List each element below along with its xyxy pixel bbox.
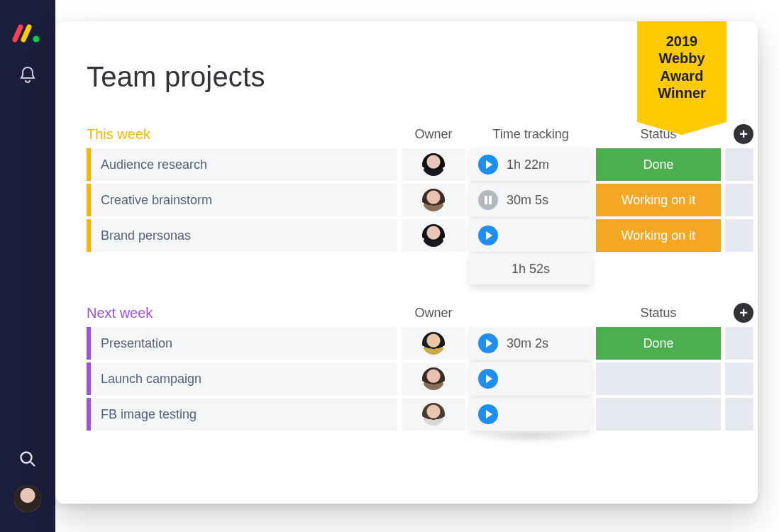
play-icon[interactable] [478,226,498,245]
group-this-week: This week Owner Time tracking Status + A… [87,124,729,284]
status-label: Working on it [621,193,696,208]
time-tracking-cell: 30m 5s [470,184,592,216]
time-value: 30m 2s [507,336,548,351]
svg-line-2 [31,462,35,466]
owner-cell[interactable] [402,327,465,360]
item-name[interactable]: Audience research [87,148,397,181]
owner-avatar [422,403,445,426]
play-icon[interactable] [478,404,498,424]
app-logo[interactable] [12,23,43,44]
group-header: This week Owner Time tracking Status + [87,124,729,144]
table-row: Creative brainstorm 30m 5s Working on it [87,184,729,216]
table-row: Presentation 30m 2s Done [87,327,729,360]
add-column-button[interactable]: + [734,303,753,323]
status-label: Done [643,336,673,351]
item-name[interactable]: Launch campaign [87,362,397,395]
owner-cell[interactable] [402,219,465,252]
col-owner-label: Owner [402,306,465,321]
play-icon[interactable] [478,333,498,353]
owner-avatar [422,189,445,211]
svg-point-0 [33,35,39,42]
status-cell[interactable]: Done [596,148,721,181]
table-row: FB image testing [87,398,729,431]
pause-icon[interactable] [478,190,498,210]
search-icon[interactable] [18,450,37,471]
trailing-cell[interactable] [725,184,753,216]
play-icon[interactable] [478,369,498,389]
table-row: Launch campaign [87,362,729,395]
time-tracking-cell [470,398,592,431]
notifications-icon[interactable] [18,65,37,85]
page-title: Team projects [87,61,729,93]
col-status-label: Status [596,306,721,321]
trailing-cell[interactable] [725,219,753,252]
award-ribbon-text: 2019 Webby Award Winner [658,33,706,101]
item-name[interactable]: Presentation [87,327,397,360]
time-value: 1h 22m [507,157,549,172]
time-tracking-cell: 30m 2s [470,327,592,360]
item-name[interactable]: FB image testing [87,398,397,431]
time-tracking-total: 1h 52s [470,253,592,284]
time-value: 30m 5s [507,193,548,208]
owner-avatar [422,367,445,390]
table-row: Brand personas Working on it [87,219,729,252]
group-title[interactable]: Next week [87,305,397,321]
col-time-tracking-label: Time tracking [470,127,592,142]
trailing-cell[interactable] [725,148,753,181]
status-cell[interactable]: Working on it [596,184,721,216]
svg-point-1 [21,453,32,463]
status-label: Working on it [621,228,696,243]
owner-cell[interactable] [402,398,465,431]
board-card: 2019 Webby Award Winner Team projects Th… [55,21,758,504]
time-tracking-cell [470,362,592,395]
owner-cell[interactable] [402,148,465,181]
time-tracking-cell [470,219,592,252]
current-user-avatar[interactable] [13,484,43,514]
item-name[interactable]: Creative brainstorm [87,184,397,216]
table-row: Audience research 1h 22m Done [87,148,729,181]
left-nav-rail [0,0,55,532]
item-name[interactable]: Brand personas [87,219,397,252]
trailing-cell[interactable] [725,327,753,360]
group-title[interactable]: This week [87,126,397,143]
owner-cell[interactable] [402,184,465,216]
group-header: Next week Owner Status + [87,303,729,323]
status-cell[interactable]: Working on it [596,219,721,252]
status-cell[interactable] [596,362,721,395]
owner-cell[interactable] [402,362,465,395]
award-ribbon: 2019 Webby Award Winner [637,21,726,122]
group-next-week: Next week Owner Status + Presentation 30… [87,303,729,443]
add-column-button[interactable]: + [734,124,753,144]
play-icon[interactable] [478,155,498,174]
status-cell[interactable]: Done [596,327,721,360]
owner-avatar [422,332,445,355]
column-shadow [470,433,592,443]
status-cell[interactable] [596,398,721,431]
time-tracking-cell: 1h 22m [470,148,592,181]
trailing-cell[interactable] [725,398,753,431]
trailing-cell[interactable] [725,362,753,395]
owner-avatar [422,224,445,247]
owner-avatar [422,153,445,176]
status-label: Done [643,157,673,172]
col-owner-label: Owner [402,127,465,142]
